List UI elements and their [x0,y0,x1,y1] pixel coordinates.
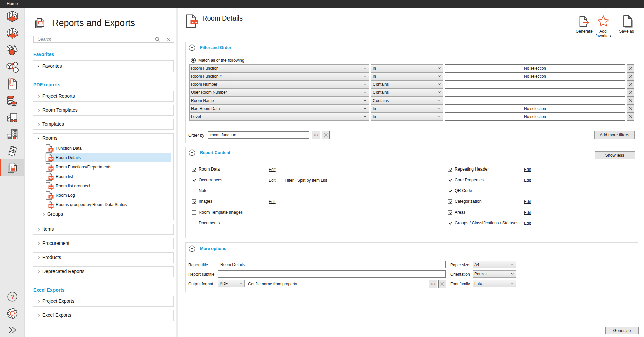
svg-text:PDF: PDF [49,205,53,207]
svg-text:PDF: PDF [49,186,53,188]
svg-text:PDF: PDF [49,148,53,151]
svg-text:PDF: PDF [49,177,53,179]
svg-text:PDF: PDF [49,158,53,160]
svg-text:?: ? [10,293,14,300]
svg-text:PDF: PDF [49,195,53,198]
svg-text:PDF: PDF [49,167,53,170]
svg-text:PDF: PDF [192,21,197,24]
